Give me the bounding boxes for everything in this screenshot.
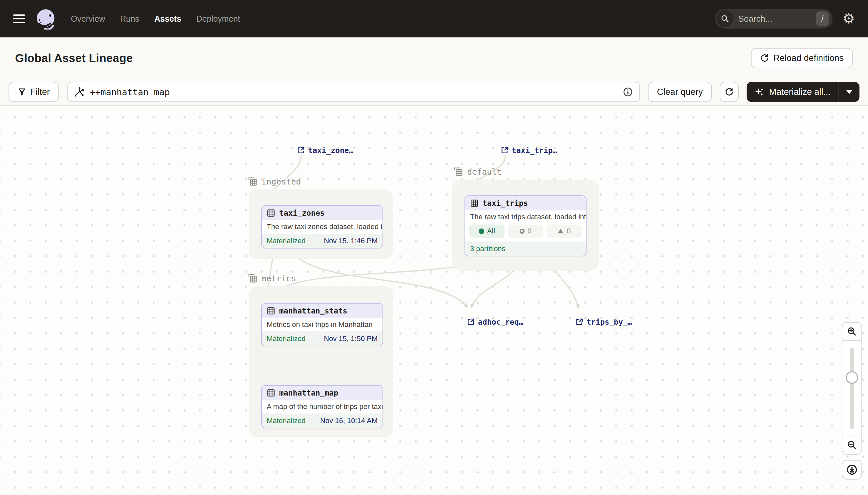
table-icon (470, 199, 479, 207)
group-label-ingested[interactable]: ingested (248, 176, 301, 186)
menu-icon[interactable] (13, 14, 25, 23)
status-badge: Materialized (267, 237, 306, 245)
asset-description: Metrics on taxi trips in Manhattan (262, 318, 383, 331)
tab-runs[interactable]: Runs (120, 14, 139, 24)
group-layers-icon (248, 176, 258, 186)
asset-node-manhattan-stats[interactable]: manhattan_stats Metrics on taxi trips in… (261, 303, 383, 346)
tab-overview[interactable]: Overview (71, 14, 105, 24)
clear-query-button[interactable]: Clear query (648, 82, 712, 102)
chevron-down-icon (846, 90, 852, 94)
zoom-out-icon (847, 440, 857, 450)
asset-node-taxi-trips[interactable]: taxi_trips The raw taxi trips dataset, l… (464, 195, 587, 256)
asset-name: taxi_trips (482, 199, 528, 207)
partitions-missing-pill[interactable]: 0 (508, 224, 543, 238)
status-badge: Materialized (267, 335, 306, 343)
materialize-all-split-button: Materialize all... (747, 82, 860, 102)
dagster-logo[interactable] (35, 8, 56, 30)
sparkle-icon (755, 87, 764, 97)
table-icon (267, 307, 275, 315)
materialization-timestamp: Nov 16, 10:14 AM (320, 416, 377, 425)
refresh-icon (760, 53, 769, 63)
group-label-default[interactable]: default (453, 167, 501, 176)
zoom-in-button[interactable] (842, 322, 862, 341)
page-title: Global Asset Lineage (15, 52, 133, 65)
search-input[interactable] (738, 14, 816, 24)
filter-button[interactable]: Filter (8, 82, 59, 102)
filter-icon (18, 88, 26, 96)
external-link-icon (575, 318, 583, 326)
group-layers-icon (453, 167, 463, 176)
info-icon[interactable] (623, 87, 633, 97)
external-link-icon (297, 147, 305, 154)
reload-definitions-button[interactable]: Reload definitions (751, 48, 853, 68)
download-icon (846, 464, 858, 476)
tab-assets[interactable]: Assets (155, 14, 181, 24)
asset-description: The raw taxi zones dataset, loaded int..… (262, 220, 383, 234)
search-icon (716, 10, 733, 27)
success-dot-icon (479, 228, 484, 234)
external-asset-trips-by[interactable]: trips_by_… (575, 318, 632, 326)
asset-name: manhattan_stats (279, 307, 348, 315)
external-link-icon (501, 147, 509, 154)
materialize-options-button[interactable] (838, 82, 860, 102)
partitions-failed-pill[interactable]: 0 (547, 224, 582, 238)
zoom-in-icon (847, 326, 857, 337)
refresh-graph-button[interactable] (720, 82, 739, 102)
nav-tabs: Overview Runs Assets Deployment (71, 14, 240, 24)
lineage-edges (0, 106, 868, 494)
lineage-toolbar: Filter Clear query Materializ (0, 79, 868, 106)
zoom-slider-track[interactable] (850, 347, 854, 429)
partitions-all-pill[interactable]: All (469, 224, 504, 238)
table-icon (267, 209, 275, 217)
zoom-out-button[interactable] (842, 436, 862, 455)
asset-lineage-canvas[interactable]: ingested default metrics taxi_zone… taxi… (0, 106, 868, 494)
table-icon (267, 389, 275, 397)
search-shortcut-key: / (816, 12, 829, 26)
partition-health-pills: All 0 0 (465, 224, 586, 242)
asset-name: manhattan_map (279, 389, 338, 397)
zoom-controls (842, 322, 862, 480)
asset-selection-input[interactable] (90, 87, 618, 97)
partitions-count: 3 partitions (470, 244, 506, 253)
asset-node-manhattan-map[interactable]: manhattan_map A map of the number of tri… (261, 385, 383, 428)
top-nav: Overview Runs Assets Deployment / ⚙ (0, 0, 868, 37)
page-header: Global Asset Lineage Reload definitions (0, 37, 868, 79)
zoom-slider-thumb[interactable] (846, 371, 858, 384)
asset-node-taxi-zones[interactable]: taxi_zones The raw taxi zones dataset, l… (261, 205, 383, 249)
external-asset-adhoc-req[interactable]: adhoc_req… (467, 318, 523, 326)
global-search[interactable]: / (715, 9, 833, 29)
triangle-icon (558, 229, 564, 233)
materialization-timestamp: Nov 15, 1:50 PM (324, 335, 377, 343)
tab-deployment[interactable]: Deployment (196, 14, 240, 24)
asset-selection-input-wrap (67, 82, 640, 102)
external-asset-taxi-zone[interactable]: taxi_zone… (297, 146, 353, 155)
asset-name: taxi_zones (279, 209, 324, 217)
external-asset-taxi-trip[interactable]: taxi_trip… (501, 146, 557, 155)
asset-description: A map of the number of trips per taxi z.… (262, 400, 383, 414)
group-layers-icon (248, 273, 258, 283)
asset-description: The raw taxi trips dataset, loaded into … (465, 210, 586, 224)
external-link-icon (467, 318, 475, 326)
gear-icon[interactable]: ⚙ (843, 12, 855, 25)
zoom-slider[interactable] (842, 341, 862, 436)
refresh-icon (725, 87, 734, 97)
group-label-metrics[interactable]: metrics (248, 273, 296, 283)
status-badge: Materialized (267, 416, 306, 425)
op-selector-icon (74, 87, 85, 97)
materialize-all-button[interactable]: Materialize all... (747, 82, 838, 102)
ring-icon (520, 229, 525, 234)
download-image-button[interactable] (842, 460, 862, 480)
materialization-timestamp: Nov 15, 1:46 PM (324, 237, 377, 245)
